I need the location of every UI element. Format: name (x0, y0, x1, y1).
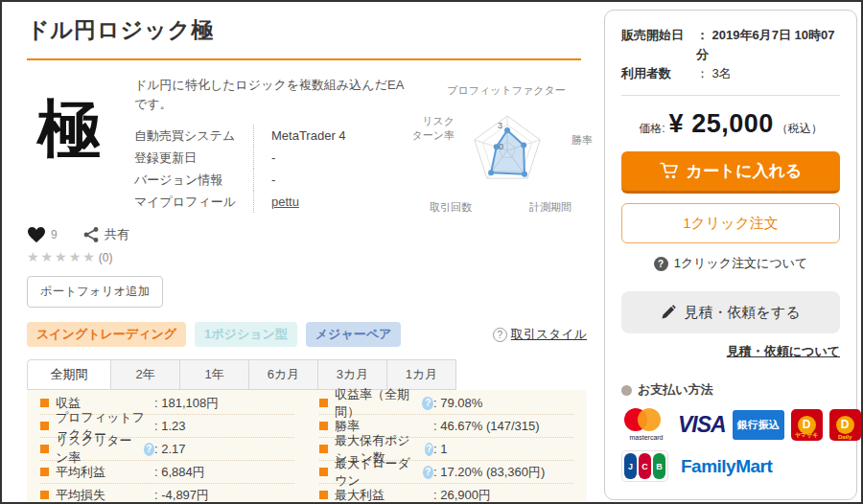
familymart-icon: FamilyMart (675, 456, 772, 477)
stat-bullet (40, 422, 49, 430)
heart-icon[interactable] (27, 226, 46, 243)
detail-row: バージョン情報 - (134, 169, 405, 191)
one-click-order-button[interactable]: 1クリック注文 (621, 203, 840, 243)
tab-1y[interactable]: 1年 (180, 359, 249, 390)
stat-bullet (40, 399, 49, 407)
review-count: (0) (99, 251, 113, 264)
release-date-label: 販売開始日 (621, 26, 696, 64)
quote-request-label: 見積・依頼をする (684, 304, 800, 322)
purchase-sidebar: 販売開始日 ： 2019年6月7日 10時07分 利用者数 ： 3名 価格:¥ … (595, 2, 861, 502)
product-image: 極 (27, 76, 111, 183)
page-title: ドル円ロジック極 (27, 15, 595, 45)
price-label: 価格: (639, 122, 665, 135)
stats-panel: 収益 : 181,108円 プロフィットファクター : 1.23 リスクリターン… (27, 390, 587, 504)
quote-request-button[interactable]: 見積・依頼をする (621, 291, 840, 333)
stat-bullet (40, 491, 49, 499)
question-icon: ? (493, 328, 507, 342)
stat-row-avg-loss: 平均損失 : -4,897円 (40, 484, 294, 504)
stat-bullet (319, 422, 328, 430)
detail-value: - (253, 169, 275, 191)
daily-icon: D Daily (829, 409, 861, 441)
stat-bullet (40, 468, 49, 476)
product-main-panel: ドル円ロジック極 極 ドル円に特化したロジックを複数組み込んだEAです。 自動売… (2, 2, 595, 502)
star-rating: ★★★★★(0) (27, 249, 595, 264)
price-line: 価格:¥ 25,000（税込） (621, 109, 840, 139)
tab-all-period[interactable]: 全期間 (27, 359, 111, 390)
share-label: 共有 (105, 226, 129, 243)
stat-row-risk-return: リスクリターン率 ? : 2.17 (40, 438, 294, 461)
detail-value: MetaTrader 4 (253, 125, 346, 147)
stat-bullet (319, 399, 328, 407)
trade-style-label: 取引スタイル (511, 326, 587, 343)
one-click-about-link[interactable]: ? 1クリック注文について (621, 255, 840, 272)
tag-major-pair[interactable]: メジャーペア (306, 322, 402, 347)
stat-row-max-profit: 最大利益 : 26,900円 (319, 484, 573, 504)
radar-axis-profit-factor: プロフィットファクター (407, 83, 606, 98)
price-value: ¥ 25,000 (669, 109, 774, 138)
product-image-kanji: 極 (37, 98, 101, 161)
stat-row-avg-profit: 平均利益 : 6,884円 (40, 461, 294, 484)
detail-label: 自動売買システム (134, 127, 253, 145)
mastercard-icon: mastercard (621, 408, 671, 441)
stat-bullet (319, 445, 328, 453)
tag-one-position[interactable]: 1ポジション型 (195, 322, 297, 347)
radar-tick-0: 0 (499, 142, 503, 151)
bank-transfer-icon: 銀行振込 (733, 410, 784, 440)
portfolio-add-button[interactable]: ポートフォリオ追加 (27, 276, 163, 308)
radar-tick-3: 3 (498, 121, 502, 130)
period-tabs: 全期間 2年 1年 6カ月 3カ月 1カ月 (27, 359, 595, 390)
add-to-cart-button[interactable]: カートに入れる (621, 151, 840, 194)
performance-radar-chart: プロフィットファクター リスク ターン率 勝率 取引回数 計測期間 (407, 83, 606, 219)
like-count: 9 (51, 228, 58, 241)
tag-swing-trading[interactable]: スイングトレーディング (27, 322, 186, 347)
detail-row: マイプロフィール pettu (134, 191, 405, 213)
detail-row: 自動売買システム MetaTrader 4 (134, 125, 405, 147)
radar-plot: 3 0 (435, 101, 579, 206)
release-date-value: ： 2019年6月7日 10時07分 (696, 26, 840, 64)
daily-yamazaki-icon: D ヤマザキ (791, 409, 823, 441)
profile-link[interactable]: pettu (271, 195, 299, 209)
help-icon[interactable]: ? (423, 466, 433, 479)
detail-label: バージョン情報 (134, 172, 253, 189)
payment-icons-row-1: mastercard VISA 銀行振込 D ヤマザキ D Daily (621, 408, 840, 441)
bullet-icon (621, 385, 632, 396)
stars: ★★★★★ (27, 249, 97, 264)
payment-methods-title: お支払い方法 (638, 381, 713, 399)
share-icon (82, 226, 100, 243)
stat-row-max-drawdown: 最大ドローダウン ? : 17.20% (83,360円) (319, 461, 573, 484)
tab-2y[interactable]: 2年 (111, 359, 180, 390)
detail-value: - (253, 147, 275, 169)
add-to-cart-label: カートに入れる (687, 160, 803, 182)
help-icon[interactable]: ? (425, 443, 433, 456)
pencil-icon (661, 305, 676, 320)
stat-bullet (319, 491, 328, 499)
trade-style-help-link[interactable]: ? 取引スタイル (493, 326, 587, 343)
product-details: 自動売買システム MetaTrader 4 登録更新日 - バージョン情報 - … (134, 125, 405, 213)
stat-bullet (40, 445, 49, 453)
question-icon: ? (654, 257, 668, 271)
help-icon[interactable]: ? (144, 443, 154, 456)
tab-6m[interactable]: 6カ月 (249, 359, 318, 390)
jcb-icon: J C B (621, 450, 668, 482)
share-button[interactable]: 共有 (82, 226, 129, 243)
cart-icon (660, 162, 680, 180)
divider (621, 95, 840, 96)
users-count-value: ： 3名 (696, 64, 732, 83)
detail-label: 登録更新日 (134, 149, 253, 167)
title-divider (27, 58, 581, 60)
users-count-label: 利用者数 (621, 64, 696, 83)
detail-label: マイプロフィール (134, 194, 253, 211)
quote-about-link[interactable]: 見積・依頼について (727, 344, 840, 358)
price-tax-note: （税込） (777, 122, 823, 135)
stat-bullet (319, 468, 328, 476)
product-description: ドル円に特化したロジックを複数組み込んだEAです。 (134, 76, 405, 113)
stat-row-return-rate: 収益率（全期間） ? : 79.08% (319, 392, 573, 415)
detail-row: 登録更新日 - (134, 147, 405, 169)
purchase-card: 販売開始日 ： 2019年6月7日 10時07分 利用者数 ： 3名 価格:¥ … (604, 10, 857, 500)
visa-icon: VISA (678, 412, 726, 438)
one-click-about-label: 1クリック注文について (674, 255, 808, 272)
payment-icons-row-2: J C B FamilyMart (621, 450, 840, 482)
help-icon[interactable]: ? (422, 397, 433, 410)
